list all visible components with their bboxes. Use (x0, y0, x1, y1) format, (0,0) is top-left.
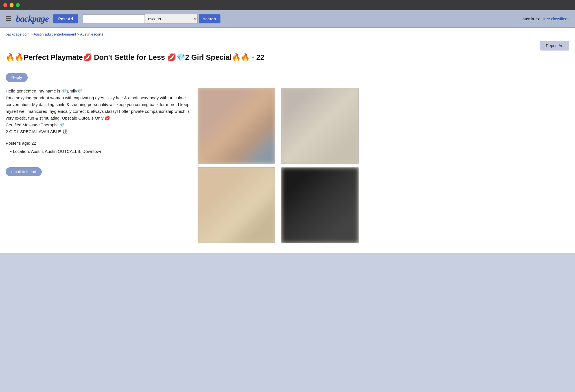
post-ad-button[interactable]: Post Ad (53, 14, 78, 23)
location-info: • Location: Austin, Austin OUTCALLS, Dow… (10, 149, 192, 154)
ad-image-2[interactable] (281, 88, 359, 164)
hamburger-icon[interactable]: ☰ (6, 15, 11, 23)
free-classifieds-link[interactable]: free classifieds (543, 17, 569, 21)
search-input[interactable] (83, 14, 145, 23)
ad-line2: I'm a sexy independent woman with captiv… (6, 94, 192, 122)
image-placeholder-2 (281, 88, 358, 164)
minimize-button[interactable] (10, 3, 14, 7)
category-select[interactable]: escorts adult jobs massage dom & fetish … (145, 14, 198, 24)
images-grid (198, 88, 361, 243)
header-right: austin, tx free classifieds (522, 17, 569, 21)
breadcrumb-home[interactable]: backpage.com (6, 32, 30, 36)
close-button[interactable] (3, 3, 7, 7)
breadcrumb-section2[interactable]: Austin escorts (80, 32, 103, 36)
ad-line3: Certified Massage Therapist 💎 (6, 122, 192, 128)
ad-line1: Hello gentlemen, my name is 💎Emily💎 (6, 88, 192, 94)
maximize-button[interactable] (16, 3, 20, 7)
header: ☰ backpage Post Ad escorts adult jobs ma… (0, 10, 575, 28)
ad-description: Hello gentlemen, my name is 💎Emily💎 I'm … (6, 88, 192, 135)
browser-window: ☰ backpage Post Ad escorts adult jobs ma… (0, 10, 575, 392)
divider (6, 67, 569, 67)
ad-body: Hello gentlemen, my name is 💎Emily💎 I'm … (6, 88, 569, 243)
ad-image-3[interactable] (198, 167, 275, 243)
content-area: backpage.com > Austin adult entertainmen… (0, 28, 575, 253)
search-button[interactable]: search (199, 14, 220, 23)
site-logo[interactable]: backpage (16, 14, 49, 24)
location-text: austin, tx (522, 17, 540, 21)
ad-image-4[interactable] (281, 167, 359, 243)
report-ad-container: Report Ad (6, 41, 569, 50)
ad-title: 🔥🔥Perfect Playmate💋 Don't Settle for Les… (6, 53, 569, 62)
ad-text: Hello gentlemen, my name is 💎Emily💎 I'm … (6, 88, 192, 176)
title-bar (0, 0, 575, 10)
image-placeholder-3 (198, 168, 275, 243)
breadcrumb: backpage.com > Austin adult entertainmen… (6, 32, 569, 36)
image-placeholder-4 (281, 168, 358, 243)
ad-image-1[interactable] (198, 88, 275, 164)
search-area: escorts adult jobs massage dom & fetish … (83, 14, 224, 24)
poster-age: Poster's age: 22 (6, 141, 192, 146)
breadcrumb-section1[interactable]: Austin adult entertainment (34, 32, 76, 36)
ad-line4: 2 GIRL SPECIAL AVAILABLE 👯 (6, 128, 192, 135)
report-ad-button[interactable]: Report Ad (540, 41, 569, 50)
email-friend-button[interactable]: email to friend (6, 167, 42, 176)
reply-button[interactable]: Reply (6, 73, 28, 82)
image-placeholder-1 (198, 88, 275, 164)
